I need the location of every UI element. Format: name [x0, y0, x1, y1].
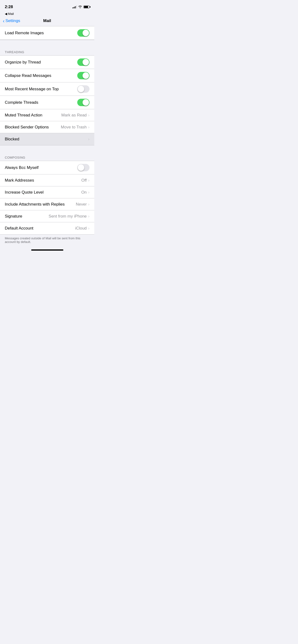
- muted-thread-action-value: Mark as Read: [61, 113, 87, 118]
- wifi-icon: [78, 5, 82, 9]
- blocked-sender-options-right: Move to Trash ›: [61, 125, 89, 130]
- back-hint: ◀ Mail: [0, 12, 94, 16]
- include-attachments-chevron-icon: ›: [88, 202, 89, 207]
- complete-threads-label: Complete Threads: [5, 100, 38, 105]
- mark-addresses-right: Off ›: [81, 178, 89, 183]
- status-icons: [72, 5, 89, 9]
- battery-icon: [83, 6, 89, 8]
- default-account-chevron-icon: ›: [88, 226, 89, 231]
- blocked-chevron-icon: ›: [88, 137, 89, 142]
- organize-by-thread-label: Organize by Thread: [5, 60, 41, 65]
- footer-note: Messages created outside of Mail will be…: [0, 234, 94, 248]
- gap-2: [0, 146, 94, 154]
- always-bcc-myself-toggle[interactable]: [77, 164, 89, 171]
- collapse-read-messages-right: [77, 72, 89, 79]
- status-bar: 2:28: [0, 0, 94, 12]
- default-account-label: Default Account: [5, 226, 33, 231]
- blocked-sender-options-chevron-icon: ›: [88, 125, 89, 130]
- muted-thread-action-label: Muted Thread Action: [5, 113, 43, 118]
- composing-section-header: COMPOSING: [0, 154, 94, 161]
- blocked-label: Blocked: [5, 137, 19, 142]
- collapse-read-messages-label: Collapse Read Messages: [5, 73, 51, 78]
- gap-1: [0, 40, 94, 48]
- increase-quote-level-chevron-icon: ›: [88, 190, 89, 195]
- back-label: Settings: [6, 18, 20, 23]
- back-chevron-icon: ‹: [3, 18, 5, 24]
- collapse-read-messages-toggle[interactable]: [77, 72, 89, 79]
- increase-quote-level-right: On ›: [81, 190, 89, 195]
- signal-icon: [72, 6, 77, 8]
- load-remote-images-row[interactable]: Load Remote Images: [0, 26, 94, 40]
- page-title: Mail: [43, 18, 51, 23]
- partial-section: Load Remote Images: [0, 26, 94, 40]
- blocked-sender-options-value: Move to Trash: [61, 125, 87, 130]
- include-attachments-label: Include Attachments with Replies: [5, 202, 65, 207]
- mark-addresses-row[interactable]: Mark Addresses Off ›: [0, 174, 94, 186]
- increase-quote-level-label: Increase Quote Level: [5, 190, 44, 195]
- organize-by-thread-toggle[interactable]: [77, 58, 89, 66]
- collapse-read-messages-row[interactable]: Collapse Read Messages: [0, 69, 94, 82]
- include-attachments-value: Never: [76, 202, 87, 207]
- most-recent-message-right: [77, 85, 89, 93]
- back-button[interactable]: ‹ Settings: [3, 18, 20, 24]
- signature-chevron-icon: ›: [88, 214, 89, 219]
- default-account-value: iCloud: [75, 226, 87, 231]
- most-recent-message-row[interactable]: Most Recent Message on Top: [0, 82, 94, 96]
- muted-thread-action-right: Mark as Read ›: [61, 113, 90, 118]
- signature-right: Sent from my iPhone ›: [49, 214, 89, 219]
- include-attachments-row[interactable]: Include Attachments with Replies Never ›: [0, 198, 94, 210]
- threading-section-header: THREADING: [0, 48, 94, 55]
- signature-label: Signature: [5, 214, 22, 219]
- load-remote-images-label: Load Remote Images: [5, 31, 44, 36]
- most-recent-message-label: Most Recent Message on Top: [5, 87, 59, 92]
- blocked-sender-options-row[interactable]: Blocked Sender Options Move to Trash ›: [0, 121, 94, 133]
- complete-threads-toggle[interactable]: [77, 99, 89, 106]
- blocked-sender-options-label: Blocked Sender Options: [5, 125, 49, 130]
- always-bcc-myself-right: [77, 164, 89, 171]
- load-remote-images-toggle[interactable]: [77, 29, 89, 37]
- mark-addresses-label: Mark Addresses: [5, 178, 34, 183]
- include-attachments-right: Never ›: [76, 202, 89, 207]
- mark-addresses-chevron-icon: ›: [88, 178, 89, 183]
- composing-section: Always Bcc Myself Mark Addresses Off › I…: [0, 161, 94, 234]
- organize-by-thread-right: [77, 58, 89, 66]
- complete-threads-right: [77, 99, 89, 106]
- signature-value: Sent from my iPhone: [49, 214, 87, 219]
- home-bar: [31, 250, 63, 250]
- default-account-row[interactable]: Default Account iCloud ›: [0, 222, 94, 234]
- blocked-row[interactable]: Blocked ›: [0, 133, 94, 145]
- mark-addresses-value: Off: [81, 178, 87, 183]
- always-bcc-myself-row[interactable]: Always Bcc Myself: [0, 161, 94, 174]
- increase-quote-level-row[interactable]: Increase Quote Level On ›: [0, 186, 94, 198]
- muted-thread-action-row[interactable]: Muted Thread Action Mark as Read ›: [0, 109, 94, 121]
- complete-threads-row[interactable]: Complete Threads: [0, 96, 94, 109]
- nav-bar: ‹ Settings Mail: [0, 16, 94, 26]
- status-time: 2:28: [5, 4, 13, 9]
- most-recent-message-toggle[interactable]: [77, 85, 89, 93]
- always-bcc-myself-label: Always Bcc Myself: [5, 165, 39, 170]
- signature-row[interactable]: Signature Sent from my iPhone ›: [0, 210, 94, 222]
- default-account-right: iCloud ›: [75, 226, 89, 231]
- increase-quote-level-value: On: [81, 190, 87, 195]
- muted-thread-action-chevron-icon: ›: [88, 113, 89, 118]
- home-indicator: [0, 248, 94, 252]
- organize-by-thread-row[interactable]: Organize by Thread: [0, 56, 94, 69]
- blocked-right: ›: [88, 137, 89, 142]
- threading-section: Organize by Thread Collapse Read Message…: [0, 55, 94, 146]
